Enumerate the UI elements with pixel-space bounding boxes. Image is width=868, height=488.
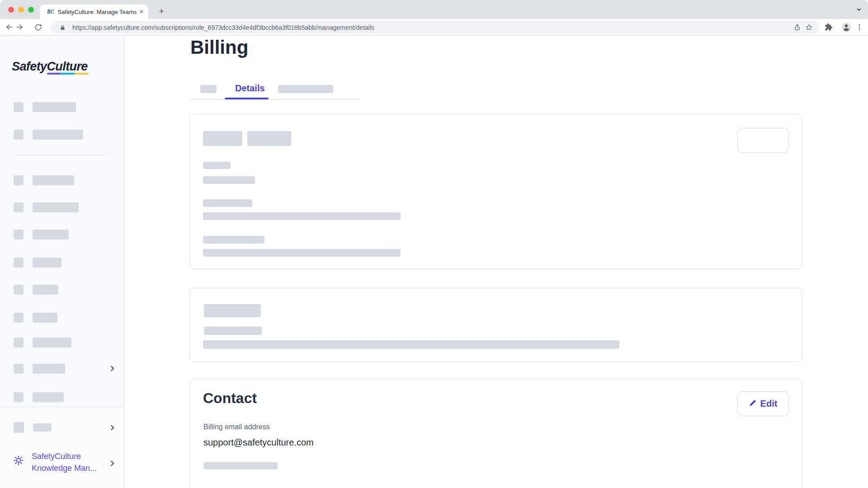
- overview-card-loading: [189, 114, 802, 269]
- tab-skeleton: [278, 85, 333, 93]
- skeleton-bar: [33, 102, 76, 112]
- tab-close-icon[interactable]: ✕: [139, 9, 144, 15]
- skeleton-icon: [14, 313, 24, 323]
- skeleton-bar: [33, 130, 83, 140]
- skeleton-bar: [33, 285, 58, 295]
- browser-tab[interactable]: SC SafetyCulture: Manage Teams and ... ✕: [40, 5, 148, 19]
- close-window-button[interactable]: [8, 7, 14, 13]
- sidebar-skeleton-item: [14, 102, 76, 112]
- skeleton-bar: [247, 131, 291, 146]
- skeleton-icon: [14, 338, 24, 347]
- share-icon[interactable]: [791, 22, 803, 33]
- skeleton-icon: [14, 285, 24, 295]
- sidebar-skeleton-item: [14, 392, 64, 402]
- sidebar-skeleton-item: [14, 202, 79, 212]
- skeleton-icon: [14, 202, 24, 212]
- skeleton-bar: [203, 340, 619, 349]
- skeleton-bar: [203, 212, 401, 220]
- skeleton-icon: [14, 392, 24, 402]
- sidebar-skeleton-item: [14, 285, 58, 295]
- billing-email-value: support@safetyculture.com: [203, 436, 314, 449]
- skeleton-bar: [203, 462, 278, 469]
- chevron-right-icon[interactable]: [109, 424, 116, 433]
- skeleton-bar: [33, 423, 52, 432]
- tab-strip: SC SafetyCulture: Manage Teams and ... ✕…: [0, 0, 868, 19]
- skeleton-icon: [14, 422, 24, 433]
- contact-card: Contact Edit Billing email address suppo…: [189, 379, 802, 488]
- card-action-button-loading[interactable]: [737, 128, 789, 153]
- tab-search-chevron-icon[interactable]: [856, 6, 862, 14]
- safetyculture-favicon-icon: SC: [47, 9, 54, 15]
- sidebar-expandable-item[interactable]: [14, 364, 65, 374]
- sidebar-footer: SafetyCulture Knowledge Man...: [0, 407, 124, 488]
- sidebar-skeleton-item: [14, 313, 57, 323]
- skeleton-bar: [203, 176, 255, 184]
- main-content: Billing Details: [124, 36, 868, 488]
- bookmark-star-icon[interactable]: [803, 22, 815, 33]
- forward-icon[interactable]: [13, 22, 26, 33]
- profile-avatar-icon[interactable]: [840, 22, 853, 33]
- skeleton-bar: [203, 249, 401, 257]
- skeleton-bar: [33, 313, 57, 323]
- menu-dots-icon[interactable]: [853, 22, 866, 33]
- safetyculture-logo: SafetyCulture: [12, 60, 88, 74]
- lock-icon[interactable]: [57, 22, 68, 33]
- zoom-window-button[interactable]: [28, 7, 34, 13]
- chevron-right-icon[interactable]: [109, 365, 116, 374]
- sidebar: SafetyCulture: [0, 36, 124, 488]
- sidebar-skeleton-item: [14, 130, 83, 140]
- sidebar-divider: [13, 155, 111, 155]
- sidebar-skeleton-item: [14, 338, 71, 347]
- skeleton-icon: [14, 130, 24, 140]
- logo-text-culture: Culture: [47, 60, 87, 73]
- page-title: Billing: [190, 37, 248, 58]
- new-tab-button[interactable]: +: [156, 5, 167, 17]
- skeleton-bar: [204, 304, 261, 317]
- sidebar-footer-expandable-item[interactable]: [14, 422, 52, 433]
- plan-card-loading: [189, 288, 802, 362]
- skeleton-icon: [14, 230, 24, 239]
- minimize-window-button[interactable]: [18, 7, 24, 13]
- reload-icon[interactable]: [32, 22, 44, 33]
- skeleton-icon: [14, 364, 24, 374]
- skeleton-bar: [203, 131, 242, 146]
- skeleton-bar: [203, 162, 231, 169]
- skeleton-bar: [33, 175, 74, 185]
- chevron-right-icon[interactable]: [109, 460, 116, 469]
- skeleton-icon: [14, 258, 24, 267]
- product-link-line2: Knowledge Man...: [32, 462, 97, 474]
- gear-icon: [13, 455, 24, 468]
- sidebar-skeleton-item: [14, 230, 69, 239]
- tab-title: SafetyCulture: Manage Teams and ...: [58, 9, 137, 15]
- edit-button-label: Edit: [760, 399, 778, 409]
- skeleton-bar: [33, 202, 79, 212]
- contact-heading: Contact: [203, 389, 257, 408]
- app-frame: SafetyCulture: [0, 36, 868, 488]
- billing-tabs: Details: [190, 81, 360, 99]
- skeleton-bar: [203, 236, 264, 244]
- extensions-puzzle-icon[interactable]: [822, 22, 835, 33]
- skeleton-bar: [33, 258, 61, 267]
- tab-skeleton: [200, 85, 217, 93]
- product-link-line1: SafetyCulture: [32, 450, 97, 462]
- sidebar-skeleton-item: [14, 175, 74, 185]
- address-bar[interactable]: https://app.safetyculture.com/subscripti…: [51, 21, 819, 34]
- skeleton-bar: [33, 230, 69, 239]
- skeleton-bar: [203, 199, 252, 207]
- url-text[interactable]: https://app.safetyculture.com/subscripti…: [72, 24, 791, 31]
- active-tab-underline: [225, 98, 269, 99]
- edit-contact-button[interactable]: Edit: [737, 391, 789, 416]
- skeleton-bar: [204, 327, 262, 335]
- sidebar-item-knowledge-management[interactable]: SafetyCulture Knowledge Man...: [32, 450, 97, 474]
- logo-text-safety: Safety: [12, 60, 47, 73]
- skeleton-bar: [33, 338, 71, 347]
- skeleton-bar: [33, 392, 64, 402]
- skeleton-bar: [33, 364, 65, 374]
- billing-email-label: Billing email address: [203, 422, 270, 432]
- tab-details[interactable]: Details: [235, 83, 265, 94]
- pencil-icon: [749, 399, 756, 408]
- skeleton-icon: [14, 102, 24, 112]
- sidebar-skeleton-item: [14, 258, 61, 267]
- browser-window: SC SafetyCulture: Manage Teams and ... ✕…: [0, 0, 868, 488]
- skeleton-icon: [14, 175, 24, 185]
